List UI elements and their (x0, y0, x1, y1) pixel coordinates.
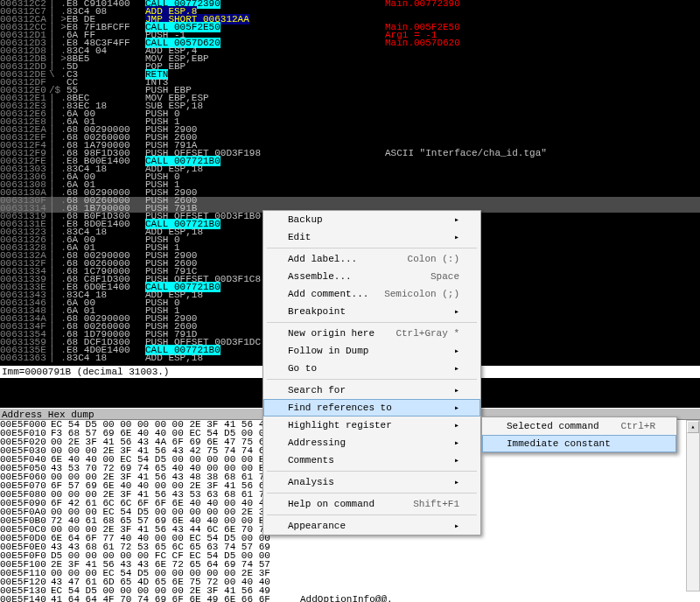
disasm-row[interactable]: 006312DB| >8BE5MOV ESP,EBP (0, 55, 700, 63)
disasm-row[interactable]: 006312DE\ .C3RETN (0, 71, 700, 79)
context-menu[interactable]: Backup▸Edit▸Add label...Colon (:)Assembl… (262, 210, 481, 536)
chevron-right-icon: ▸ (454, 438, 459, 448)
menu-item-immediate-constant[interactable]: Immediate constant (482, 435, 676, 452)
chevron-right-icon: ▸ (454, 521, 459, 531)
disasm-row[interactable]: 006312CC| >E8 7F1BFCFFCALL 005F2E50Main.… (0, 24, 700, 32)
menu-item-help-on-command[interactable]: Help on commandShift+F1 (263, 495, 480, 513)
scroll-up-icon[interactable]: ▴ (687, 421, 699, 433)
menu-item-breakpoint[interactable]: Breakpoint▸ (263, 303, 480, 320)
disasm-row[interactable]: 006312E6| .6A 00PUSH 0 (0, 110, 700, 118)
disasm-row[interactable]: 00631306| .6A 00PUSH 0 (0, 173, 700, 181)
disasm-row[interactable]: 006312E0/$55PUSH EBP (0, 87, 700, 94)
chevron-right-icon: ▸ (454, 346, 459, 356)
chevron-right-icon: ▸ (454, 455, 459, 466)
dump-row[interactable]: 00E5F14041 64 64 4F 70 74 69 6F 6E 49 6E… (0, 595, 700, 602)
menu-item-analysis[interactable]: Analysis▸ (263, 473, 480, 491)
chevron-right-icon: ▸ (454, 214, 459, 225)
disasm-row[interactable]: 00631303| .83C4 18ADD ESP,18 (0, 165, 700, 173)
menu-item-backup[interactable]: Backup▸ (263, 211, 480, 228)
menu-item-new-origin-here[interactable]: New origin hereCtrl+Gray * (263, 325, 480, 342)
disasm-row[interactable]: 006312DFCCINT3 (0, 79, 700, 87)
disasm-row[interactable]: 006312E3| .83EC 18SUB ESP,18 (0, 102, 700, 110)
menu-item-search-for[interactable]: Search for▸ (263, 382, 480, 399)
chevron-right-icon: ▸ (454, 477, 459, 487)
disasm-row[interactable]: 006312C7| .83C4 08ADD ESP,8 (0, 8, 700, 16)
submenu-find-references[interactable]: Selected commandCtrl+RImmediate constant (481, 416, 677, 453)
menu-item-edit[interactable]: Edit▸ (263, 228, 480, 246)
chevron-right-icon: ▸ (454, 363, 459, 374)
menu-item-go-to[interactable]: Go to▸ (263, 360, 480, 377)
chevron-right-icon: ▸ (454, 385, 459, 396)
menu-item-highlight-register[interactable]: Highlight register▸ (263, 416, 480, 434)
menu-item-addressing[interactable]: Addressing▸ (263, 434, 480, 452)
chevron-right-icon: ▸ (454, 420, 459, 430)
menu-item-assemble-[interactable]: Assemble...Space (263, 268, 480, 285)
chevron-right-icon: ▸ (454, 306, 459, 317)
menu-item-add-label-[interactable]: Add label...Colon (:) (263, 250, 480, 268)
menu-item-find-references-to[interactable]: Find references to▸ (263, 399, 480, 416)
menu-item-appearance[interactable]: Appearance▸ (263, 517, 480, 535)
dump-scrollbar[interactable]: ▴ (686, 420, 700, 592)
menu-item-follow-in-dump[interactable]: Follow in Dump▸ (263, 342, 480, 360)
menu-item-add-comment-[interactable]: Add comment...Semicolon (;) (263, 285, 480, 303)
menu-item-comments[interactable]: Comments▸ (263, 452, 480, 469)
disasm-row[interactable]: 006312D8| .83C4 04ADD ESP,4 (0, 47, 700, 55)
disasm-row[interactable]: 006312DD| .5DPOP EBP (0, 63, 700, 71)
chevron-right-icon: ▸ (454, 402, 459, 413)
chevron-right-icon: ▸ (454, 232, 459, 242)
menu-item-selected-command[interactable]: Selected commandCtrl+R (482, 417, 676, 435)
